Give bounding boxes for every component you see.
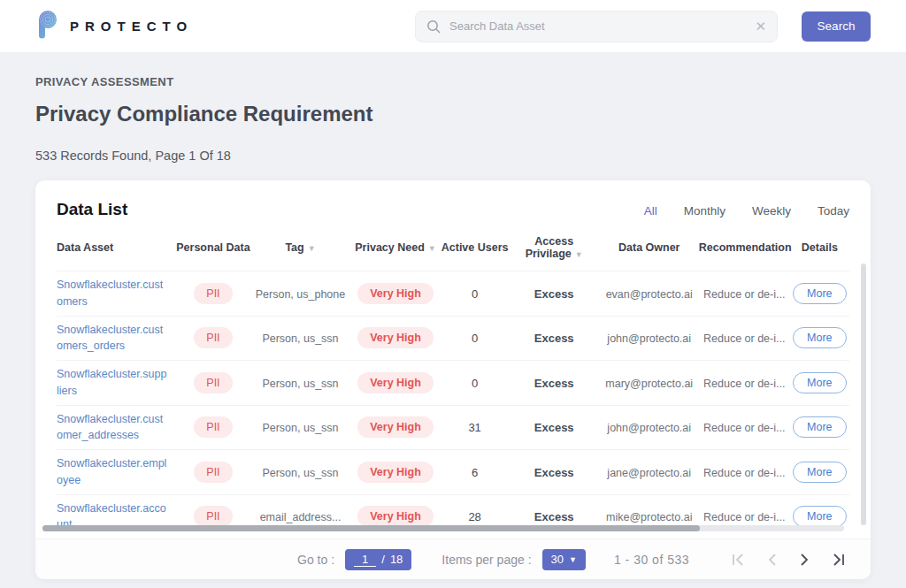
more-button[interactable]: More (793, 416, 846, 438)
brand-logo-icon (35, 10, 59, 43)
access-privilage-cell: Excess (534, 510, 574, 523)
column-header-active-users: Active Users (441, 241, 509, 254)
data-asset-link[interactable]: Snowflakecluster.customer_addresses (57, 411, 166, 445)
data-asset-link[interactable]: Snowflakecluster.customers_orders (57, 322, 166, 355)
tab-weekly[interactable]: Weekly (752, 204, 791, 218)
column-header-data-asset: Data Asset (57, 241, 175, 254)
personal-data-badge: PII (194, 416, 232, 438)
pagination-bar: Go to : 1 / 18 Items per page : 30 ▼ 1 -… (35, 538, 871, 579)
clear-search-icon[interactable]: ✕ (755, 19, 766, 33)
data-asset-link[interactable]: Snowflakecluster.employee (57, 455, 166, 489)
access-privilage-cell: Excess (534, 287, 574, 301)
recommendation-cell: Reduce or de-i... (703, 378, 785, 390)
items-per-page-label: Items per page : (441, 553, 531, 567)
column-header-data-owner: Data Owner (600, 241, 699, 254)
data-owner-cell: mike@protecto.ai (606, 511, 692, 523)
goto-page-input[interactable]: 1 / 18 (345, 549, 411, 570)
personal-data-badge: PII (194, 327, 232, 348)
more-button[interactable]: More (793, 372, 846, 393)
table-header: Data Asset Personal Data Tag▼ Privacy Ne… (57, 235, 849, 271)
table-row: Snowflakecluster.employee PII Person, us… (57, 449, 849, 494)
active-users-cell: 0 (472, 377, 478, 390)
data-asset-link[interactable]: Snowflakecluster.customers (57, 277, 166, 310)
more-button[interactable]: More (793, 462, 846, 483)
data-owner-cell: john@protecto.ai (607, 422, 691, 434)
chevron-down-icon: ▼ (575, 250, 583, 259)
tab-monthly[interactable]: Monthly (684, 204, 726, 218)
page-heading: PRIVACY ASSESSMENT Privacy Compliance Re… (0, 53, 906, 163)
data-owner-cell: john@protecto.ai (607, 332, 691, 345)
privacy-need-badge: Very High (357, 416, 434, 438)
horizontal-scrollbar-thumb[interactable] (42, 525, 700, 531)
search-button[interactable]: Search (802, 11, 871, 42)
last-page-button[interactable] (831, 553, 846, 567)
recommendation-cell: Reduce or de-i... (703, 422, 785, 434)
personal-data-badge: PII (194, 283, 232, 304)
tag-cell: Person, us_phone (256, 288, 345, 301)
items-per-page-select[interactable]: 30 ▼ (542, 549, 586, 570)
horizontal-scrollbar (42, 525, 844, 531)
more-button[interactable]: More (793, 327, 846, 348)
search-input[interactable] (449, 19, 746, 33)
tag-cell: Person, us_ssn (262, 332, 338, 345)
column-header-tag[interactable]: Tag▼ (251, 241, 350, 254)
previous-page-button[interactable] (767, 553, 778, 567)
items-per-page-value: 30 (551, 553, 564, 566)
active-users-cell: 28 (468, 510, 480, 523)
access-privilage-cell: Excess (534, 332, 574, 345)
access-privilage-cell: Excess (534, 377, 574, 390)
table-row: Snowflakecluster.customers PII Person, u… (57, 271, 849, 316)
records-summary: 533 Records Found, Page 1 Of 18 (35, 149, 871, 163)
brand-name: PROTECTO (70, 19, 193, 34)
tag-cell: Person, us_ssn (262, 378, 338, 390)
active-users-cell: 0 (472, 287, 478, 301)
goto-separator: / (381, 553, 385, 566)
vertical-scrollbar-thumb[interactable] (861, 263, 866, 525)
column-header-privacy-need[interactable]: Privacy Need▼ (350, 241, 441, 254)
next-page-button[interactable] (799, 553, 810, 567)
chevron-down-icon: ▼ (569, 555, 577, 564)
column-header-recommendation: Recommendation (699, 241, 790, 254)
tab-today[interactable]: Today (818, 204, 849, 218)
tab-all[interactable]: All (644, 204, 657, 218)
column-header-access-privilage[interactable]: Access Privilage▼ (509, 235, 600, 260)
table-body: Snowflakecluster.customers PII Person, u… (57, 271, 849, 532)
chevron-down-icon: ▼ (428, 244, 436, 253)
app-header: PROTECTO ✕ Search (0, 0, 906, 53)
active-users-cell: 6 (472, 466, 478, 479)
privacy-need-badge: Very High (357, 462, 434, 483)
goto-page-value[interactable]: 1 (354, 553, 376, 567)
pager (731, 553, 846, 567)
personal-data-badge: PII (194, 462, 232, 483)
breadcrumb: PRIVACY ASSESSMENT (35, 75, 871, 88)
recommendation-cell: Reduce or de-i... (703, 332, 785, 345)
tag-cell: email_address... (260, 511, 342, 523)
access-privilage-cell: Excess (534, 421, 574, 434)
chevron-down-icon: ▼ (308, 244, 316, 253)
tag-cell: Person, us_ssn (262, 467, 338, 479)
range-text: 1 - 30 of 533 (614, 553, 689, 567)
data-owner-cell: mary@protecto.ai (605, 378, 693, 390)
tag-cell: Person, us_ssn (262, 422, 338, 434)
table-row: Snowflakecluster.customer_addresses PII … (57, 405, 849, 450)
more-button[interactable]: More (793, 283, 846, 304)
more-button[interactable]: More (793, 506, 846, 527)
personal-data-badge: PII (194, 372, 232, 393)
goto-label: Go to : (297, 553, 334, 567)
recommendation-cell: Reduce or de-i... (703, 467, 785, 479)
brand: PROTECTO (35, 10, 193, 43)
column-header-personal-data: Personal Data (175, 241, 250, 254)
goto-total-pages: 18 (390, 553, 403, 566)
data-list-card: Data List All Monthly Weekly Today Data … (35, 180, 871, 579)
card-title: Data List (57, 200, 127, 219)
table-row: Snowflakecluster.suppliers PII Person, u… (57, 360, 849, 405)
data-asset-link[interactable]: Snowflakecluster.suppliers (57, 366, 166, 400)
filter-tabs: All Monthly Weekly Today (644, 204, 849, 218)
data-owner-cell: evan@protecto.ai (606, 288, 693, 301)
table-row: Snowflakecluster.customers_orders PII Pe… (57, 316, 849, 361)
first-page-button[interactable] (731, 553, 746, 567)
recommendation-cell: Reduce or de-i... (703, 288, 785, 301)
search-bar[interactable]: ✕ (415, 11, 778, 42)
privacy-need-badge: Very High (357, 283, 434, 304)
access-privilage-cell: Excess (534, 466, 574, 479)
